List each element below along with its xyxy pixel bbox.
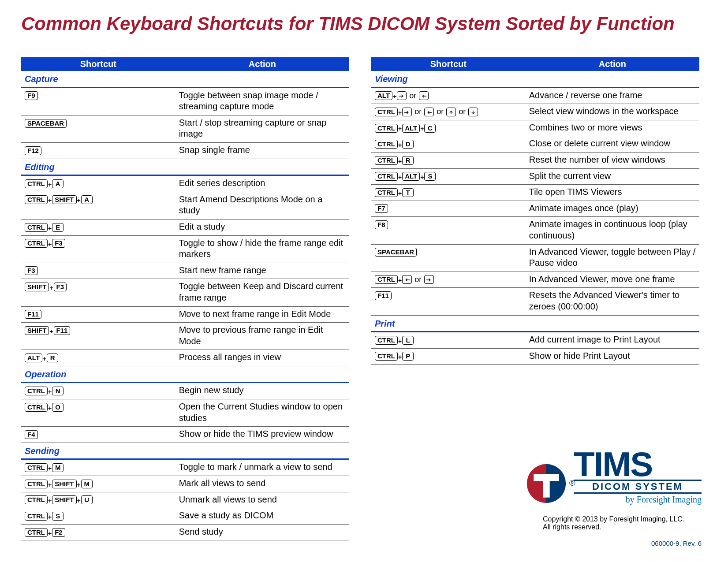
plus-separator: + <box>398 354 402 361</box>
right-table: Shortcut Action ViewingALT+orAdvance / r… <box>371 57 699 365</box>
key-ctrl: CTRL <box>25 179 48 188</box>
key-ctrl: CTRL <box>25 463 48 472</box>
action-cell: Split the current view <box>526 168 699 185</box>
table-row: CTRL+LAdd current image to Print Layout <box>371 332 699 349</box>
key-f8: F8 <box>375 220 388 229</box>
key-ctrl: CTRL <box>375 124 398 133</box>
plus-separator: + <box>48 197 52 205</box>
table-row: CTRL+F2Send study <box>21 524 349 540</box>
key-ctrl: CTRL <box>375 188 398 197</box>
key-d: D <box>402 140 414 149</box>
plus-separator: + <box>48 241 52 249</box>
key-← <box>419 91 429 100</box>
shortcut-cell: CTRL+ALT+S <box>371 168 526 185</box>
table-row: SPACEBARStart / stop streaming capture o… <box>21 115 349 142</box>
action-cell: Animate images once (play) <box>526 201 699 217</box>
action-cell: Unmark all views to send <box>175 492 349 508</box>
action-cell: Edit a study <box>175 219 349 235</box>
shortcut-cell: F12 <box>21 142 175 159</box>
shortcut-cell: CTRL+R <box>371 152 526 168</box>
shortcut-cell: SHIFT+F3 <box>21 279 175 306</box>
header-shortcut: Shortcut <box>371 57 526 71</box>
table-row: CTRL+PShow or hide Print Layout <box>371 348 699 365</box>
action-cell: Process all ranges in view <box>175 350 349 366</box>
shortcut-cell: CTRL+N <box>21 383 175 399</box>
shortcut-cell: ALT+or <box>371 87 526 104</box>
shortcut-cell: SPACEBAR <box>21 115 175 142</box>
action-cell: Select view windows in the workspace <box>526 104 699 120</box>
key-s: S <box>52 512 63 521</box>
logo-brand: TIMS <box>574 450 702 479</box>
key-→ <box>397 91 407 100</box>
key-alt: ALT <box>25 354 42 362</box>
table-row: F7Animate images once (play) <box>371 201 699 217</box>
key-← <box>402 275 412 284</box>
table-row: CTRL+OOpen the Current Studies window to… <box>21 399 349 427</box>
key-f3: F3 <box>54 283 67 291</box>
action-cell: Send study <box>175 524 349 540</box>
table-row: CTRL+F3Toggle to show / hide the frame r… <box>21 235 349 263</box>
key-p: P <box>402 352 414 361</box>
key-shift: SHIFT <box>25 283 49 291</box>
category-row: Capture <box>21 71 349 87</box>
plus-separator: + <box>48 497 52 505</box>
action-cell: Save a study as DICOM <box>175 508 349 525</box>
category-label: Sending <box>21 443 349 459</box>
table-row: F11Move to next frame range in Edit Mode <box>21 306 349 323</box>
shortcut-cell: CTRL+P <box>371 348 526 365</box>
plus-separator: + <box>48 514 52 521</box>
shortcut-cell: F4 <box>21 427 175 443</box>
action-cell: Add current image to Print Layout <box>526 332 699 349</box>
table-row: ALT+RProcess all ranges in view <box>21 350 349 366</box>
action-cell: Toggle to mark / unmark a view to send <box>175 459 349 476</box>
key-a: A <box>52 179 63 188</box>
action-cell: Animate images in continuous loop (play … <box>526 217 699 244</box>
table-row: SPACEBARIn Advanced Viewer, toggle betwe… <box>371 244 699 272</box>
plus-separator: + <box>398 125 402 133</box>
action-cell: Start Amend Descriptions Mode on a study <box>175 192 349 219</box>
action-cell: Move to next frame range in Edit Mode <box>175 306 349 323</box>
plus-separator: + <box>420 125 424 133</box>
key-shift: SHIFT <box>25 326 49 335</box>
action-cell: Toggle to show / hide the frame range ed… <box>175 235 349 263</box>
key-ctrl: CTRL <box>375 275 398 284</box>
key-→ <box>424 275 434 284</box>
action-cell: Snap single frame <box>175 142 349 159</box>
shortcut-cell: SPACEBAR <box>371 244 526 272</box>
key-r: R <box>47 354 58 362</box>
svg-rect-5 <box>543 474 549 498</box>
plus-separator: + <box>398 158 402 166</box>
shortcut-cell: CTRL+M <box>21 459 175 476</box>
plus-separator: + <box>398 277 402 285</box>
right-column: Shortcut Action ViewingALT+orAdvance / r… <box>371 57 699 365</box>
plus-separator: + <box>398 190 402 198</box>
table-row: F8Animate images in continuous loop (pla… <box>371 217 699 244</box>
key-→ <box>402 108 412 116</box>
table-row: CTRL+MToggle to mark / unmark a view to … <box>21 459 349 476</box>
category-row: Viewing <box>371 71 699 87</box>
plus-separator: + <box>77 197 81 205</box>
doc-revision: 060000-9, Rev. 6 <box>651 540 702 547</box>
shortcut-cell: CTRL+ALT+C <box>371 120 526 136</box>
copyright-line2: All rights reserved. <box>543 523 702 531</box>
table-row: CTRL+AEdit series description <box>21 175 349 192</box>
key-spacebar: SPACEBAR <box>25 119 67 128</box>
plus-separator: + <box>392 93 397 101</box>
key-↓ <box>468 108 478 116</box>
shortcut-cell: CTRL+or <box>371 272 526 288</box>
table-row: CTRL+SHIFT+MMark all views to send <box>21 476 349 492</box>
header-action: Action <box>526 57 699 71</box>
shortcut-cell: CTRL+SHIFT+U <box>21 492 175 508</box>
key-ctrl: CTRL <box>25 480 48 488</box>
or-separator: or <box>434 107 446 117</box>
shortcut-cell: CTRL+O <box>21 399 175 427</box>
key-ctrl: CTRL <box>375 156 398 165</box>
plus-separator: + <box>398 141 402 149</box>
shortcut-cell: CTRL+E <box>21 219 175 235</box>
plus-separator: + <box>48 530 52 538</box>
action-cell: Mark all views to send <box>175 476 349 492</box>
left-table: Shortcut Action CaptureF9Toggle between … <box>21 57 349 540</box>
key-e: E <box>52 223 63 232</box>
table-row: F11Resets the Advanced Viewer's timer to… <box>371 288 699 315</box>
plus-separator: + <box>398 109 402 117</box>
